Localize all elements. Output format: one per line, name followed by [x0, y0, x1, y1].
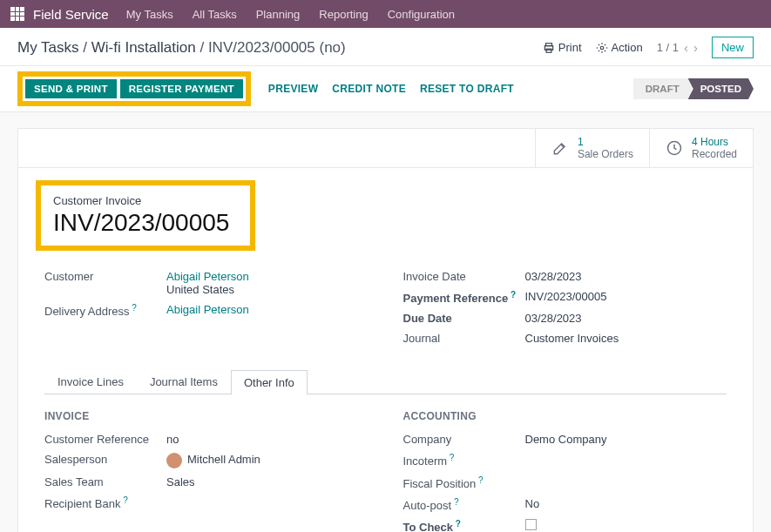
- due-label: Due Date: [403, 312, 525, 325]
- help-icon[interactable]: ?: [451, 497, 458, 507]
- title-highlight: Customer Invoice INV/2023/00005: [36, 180, 255, 251]
- crumb-task[interactable]: Wi-fi Installation: [91, 39, 196, 56]
- invoice-section-title: INVOICE: [44, 410, 369, 422]
- salesteam-label: Sales Team: [44, 475, 166, 488]
- print-label: Print: [558, 41, 582, 54]
- acct-section-title: ACCOUNTING: [403, 410, 727, 422]
- credit-note-button[interactable]: CREDIT NOTE: [325, 83, 413, 95]
- clock-icon: [666, 139, 683, 157]
- stat-sale-orders[interactable]: 1 Sale Orders: [535, 129, 649, 167]
- action-label: Action: [612, 41, 643, 54]
- crumb-current: INV/2023/00005 (no): [208, 39, 346, 56]
- stat-so-num: 1: [578, 136, 633, 148]
- menu-planning[interactable]: Planning: [256, 8, 301, 21]
- customer-label: Customer: [44, 270, 166, 283]
- tocheck-label: To Check ?: [403, 519, 525, 532]
- payref-label: Payment Reference ?: [403, 290, 525, 305]
- stat-bar: 1 Sale Orders 4 Hours Recorded: [18, 129, 753, 168]
- menu-all-tasks[interactable]: All Tasks: [193, 8, 237, 21]
- menu-configuration[interactable]: Configuration: [388, 8, 455, 21]
- bank-label: Recipient Bank ?: [44, 495, 166, 510]
- help-icon[interactable]: ?: [130, 303, 137, 313]
- customer-link[interactable]: Abigail Peterson: [166, 270, 249, 283]
- status-draft[interactable]: DRAFT: [633, 78, 692, 99]
- action-button[interactable]: Action: [596, 41, 643, 54]
- tab-other-info[interactable]: Other Info: [231, 370, 308, 394]
- print-button[interactable]: Print: [543, 41, 582, 54]
- help-icon[interactable]: ?: [447, 453, 454, 462]
- top-menu: My Tasks All Tasks Planning Reporting Co…: [126, 8, 455, 21]
- salesteam-value: Sales: [166, 475, 195, 488]
- breadcrumb: My Tasks / Wi-fi Installation / INV/2023…: [17, 39, 346, 57]
- avatar: [166, 453, 182, 468]
- autopost-value: No: [525, 497, 540, 510]
- pager-prev-icon[interactable]: ‹: [684, 40, 688, 55]
- help-icon[interactable]: ?: [120, 495, 127, 505]
- invdate-label: Invoice Date: [403, 270, 525, 283]
- payref-value: INV/2023/00005: [525, 290, 607, 303]
- pager-text: 1 / 1: [657, 41, 679, 54]
- preview-button[interactable]: PREVIEW: [261, 83, 325, 95]
- journal-value: Customer Invoices: [525, 332, 619, 345]
- apps-icon[interactable]: [10, 7, 24, 21]
- pager-next-icon[interactable]: ›: [693, 40, 698, 55]
- title-big: INV/2023/00005: [53, 209, 229, 237]
- custref-label: Customer Reference: [44, 433, 166, 446]
- form-sheet: 1 Sale Orders 4 Hours Recorded Customer …: [17, 128, 754, 532]
- help-icon[interactable]: ?: [508, 290, 516, 300]
- send-print-button[interactable]: SEND & PRINT: [25, 79, 117, 98]
- autopost-label: Auto-post ?: [403, 497, 525, 512]
- topbar: Field Service My Tasks All Tasks Plannin…: [0, 0, 771, 28]
- print-icon: [543, 42, 555, 54]
- edit-icon: [551, 139, 569, 157]
- new-button[interactable]: New: [712, 37, 754, 58]
- fiscal-label: Fiscal Position ?: [403, 475, 525, 490]
- header: My Tasks / Wi-fi Installation / INV/2023…: [0, 28, 771, 65]
- journal-label: Journal: [403, 332, 525, 345]
- stat-so-label: Sale Orders: [578, 148, 633, 160]
- salesperson-value[interactable]: Mitchell Admin: [166, 453, 260, 468]
- help-icon[interactable]: ?: [476, 475, 483, 485]
- tocheck-checkbox[interactable]: [525, 519, 537, 530]
- menu-reporting[interactable]: Reporting: [319, 8, 368, 21]
- title-sup: Customer Invoice: [53, 194, 229, 207]
- customer-country: United States: [166, 283, 234, 296]
- button-bar: SEND & PRINT REGISTER PAYMENT PREVIEW CR…: [0, 65, 771, 112]
- custref-value: no: [166, 433, 179, 446]
- gear-icon: [596, 42, 608, 54]
- delivery-link[interactable]: Abigail Peterson: [166, 303, 249, 316]
- highlight-actions: SEND & PRINT REGISTER PAYMENT: [17, 71, 251, 106]
- menu-my-tasks[interactable]: My Tasks: [126, 8, 173, 21]
- tab-invoice-lines[interactable]: Invoice Lines: [44, 369, 137, 394]
- invdate-value: 03/28/2023: [525, 270, 582, 283]
- due-value: 03/28/2023: [525, 312, 582, 325]
- stat-hours-num: 4 Hours: [692, 136, 737, 148]
- help-icon[interactable]: ?: [453, 519, 461, 529]
- reset-button[interactable]: RESET TO DRAFT: [413, 83, 521, 95]
- stat-hours-label: Recorded: [692, 148, 737, 160]
- tab-journal-items[interactable]: Journal Items: [137, 369, 231, 394]
- incoterm-label: Incoterm ?: [403, 453, 525, 468]
- svg-point-3: [600, 46, 604, 50]
- status-posted[interactable]: POSTED: [688, 78, 754, 99]
- delivery-label: Delivery Address ?: [44, 303, 166, 318]
- salesperson-label: Salesperson: [44, 453, 166, 466]
- register-payment-button[interactable]: REGISTER PAYMENT: [120, 79, 243, 98]
- pager: 1 / 1 ‹ ›: [657, 40, 698, 55]
- company-label: Company: [403, 433, 525, 446]
- crumb-my-tasks[interactable]: My Tasks: [17, 39, 79, 56]
- brand: Field Service: [33, 7, 109, 22]
- tabs: Invoice Lines Journal Items Other Info: [44, 369, 727, 394]
- company-value: Demo Company: [525, 433, 607, 446]
- stat-hours[interactable]: 4 Hours Recorded: [649, 129, 753, 167]
